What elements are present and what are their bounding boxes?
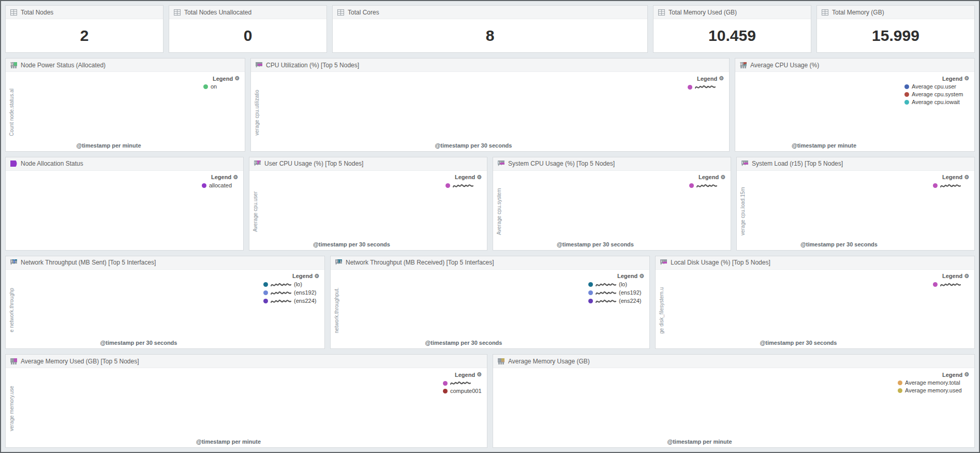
legend-color-dot	[933, 183, 938, 188]
panel-header[interactable]: Total Nodes	[6, 6, 163, 19]
panel-header[interactable]: 12310:18:0010:20:0010:22:0010:24:0010:26…	[6, 256, 324, 270]
x-axis-caption: @timestamp per minute	[15, 439, 442, 446]
legend-title[interactable]: Legend ⚙	[904, 75, 969, 82]
legend-gear-icon[interactable]: ⚙	[477, 174, 482, 181]
legend-title[interactable]: Legend ⚙	[443, 371, 482, 378]
legend-item[interactable]: (ens192)	[588, 290, 644, 296]
y-axis-label: Count node.status.al	[8, 75, 15, 150]
panel-average-memory-used: 024681010:1810:1910:2010:2110:2210:2310:…	[5, 354, 487, 448]
panel-header[interactable]: 01020304010:19:0010:21:0010:23:0010:25:0…	[493, 157, 731, 171]
chart-canvas[interactable]	[665, 273, 932, 340]
legend: Legend ⚙ (lo)(ens192)(ens224)	[587, 273, 647, 348]
legend-gear-icon[interactable]: ⚙	[639, 273, 644, 280]
legend-item[interactable]	[689, 183, 725, 189]
legend-item[interactable]: Average cpu.user	[904, 84, 969, 90]
legend-gear-icon[interactable]: ⚙	[964, 273, 969, 280]
chart-canvas[interactable]	[15, 273, 262, 340]
legend-gear-icon[interactable]: ⚙	[477, 371, 482, 378]
y-axis-label	[495, 371, 502, 446]
legend-item[interactable]	[933, 183, 969, 189]
legend-gear-icon[interactable]: ⚙	[234, 75, 240, 82]
legend-title[interactable]: Legend ⚙	[898, 371, 969, 378]
panel-header[interactable]: Total Cores	[333, 6, 647, 19]
y-axis-label	[737, 75, 745, 150]
legend-item[interactable]	[933, 282, 969, 288]
legend-item[interactable]: Average cpu.iowait	[904, 99, 969, 105]
chart-canvas[interactable]	[15, 371, 442, 439]
panel-title: Total Nodes	[21, 9, 53, 16]
legend-title[interactable]: Legend ⚙	[933, 174, 969, 181]
legend-item[interactable]	[688, 84, 724, 90]
legend-item[interactable]: on	[203, 84, 240, 90]
panel-header[interactable]: Total Nodes Unallocated	[169, 6, 326, 19]
legend-item[interactable]: compute001	[443, 388, 482, 394]
legend-title[interactable]: Legend ⚙	[203, 75, 240, 82]
legend-item[interactable]	[446, 183, 482, 189]
panel-header[interactable]: 051015202510:18:0010:20:0010:22:0010:24:…	[656, 256, 974, 270]
line-chart-icon: 051015202510:18:0010:20:0010:22:0010:24:…	[660, 259, 667, 266]
panel-header[interactable]: Node Allocation Status	[6, 157, 243, 171]
panel-header[interactable]: Total Memory (GB)	[817, 6, 974, 19]
redacted-label-scribble	[453, 183, 473, 189]
y-axis-label: verage cpu.load.15m	[739, 174, 746, 249]
legend-item[interactable]: Average memory.total	[898, 380, 969, 386]
legend-gear-icon[interactable]: ⚙	[314, 273, 319, 280]
x-axis-caption: @timestamp per 30 seconds	[502, 241, 688, 249]
legend-title[interactable]: Legend ⚙	[263, 273, 319, 280]
panel-title: User CPU Usage (%) [Top 5 Nodes]	[264, 160, 363, 167]
panel-header[interactable]: Total Memory Used (GB)	[654, 6, 811, 19]
line-chart-icon: 203010:19:0010:21:0010:23:0010:25:0010:2…	[254, 160, 261, 167]
metric-panel-4: Total Memory Used (GB) 10.459	[653, 5, 811, 53]
legend-gear-icon[interactable]: ⚙	[964, 75, 969, 82]
legend-item[interactable]: (ens224)	[588, 298, 644, 304]
panel-body: network.throughput. @timestamp per 30 se…	[331, 270, 649, 349]
panel-title: Node Allocation Status	[21, 160, 83, 167]
legend-title[interactable]: Legend ⚙	[588, 273, 644, 280]
panel-network-throughput-sent: 12310:18:0010:20:0010:22:0010:24:0010:26…	[5, 256, 325, 349]
panel-header[interactable]: 203010:19:0010:21:0010:23:0010:25:0010:2…	[249, 157, 487, 171]
redacted-label-scribble	[596, 298, 616, 304]
panel-header[interactable]: 0246810:19:0010:21:0010:23:0010:25:0010:…	[737, 157, 974, 171]
legend-title[interactable]: Legend ⚙	[933, 273, 969, 280]
panel-header[interactable]: 0246810:1810:1910:2010:2110:2210:2310:24…	[493, 355, 974, 368]
chart-canvas[interactable]	[502, 174, 688, 241]
legend-item-label: (lo)	[619, 282, 627, 287]
chart-canvas[interactable]	[260, 75, 687, 142]
legend-item[interactable]: (lo)	[263, 282, 319, 288]
bar-chart-icon: 02040608010:1810:2010:2210:2410:2610:281…	[740, 62, 747, 68]
line-chart-icon: 12310:18:0010:20:0010:22:0010:24:0010:26…	[10, 259, 17, 266]
legend-gear-icon[interactable]: ⚙	[964, 174, 969, 181]
legend-title[interactable]: Legend ⚙	[689, 174, 725, 181]
legend-item[interactable]: (lo)	[588, 282, 644, 288]
legend-title[interactable]: Legend ⚙	[688, 75, 724, 82]
legend-color-dot	[263, 290, 268, 295]
chart-canvas[interactable]	[259, 174, 444, 241]
legend-item[interactable]: Average memory.used	[898, 388, 969, 393]
chart-canvas[interactable]	[340, 273, 587, 340]
legend-item-label: Average cpu.system	[912, 92, 963, 97]
legend-item[interactable]: allocated	[202, 183, 238, 188]
legend-title[interactable]: Legend ⚙	[446, 174, 482, 181]
legend-gear-icon[interactable]: ⚙	[233, 174, 238, 181]
legend-item[interactable]: (ens224)	[263, 298, 319, 304]
metric-value: 10.459	[708, 27, 756, 45]
table-icon	[658, 9, 665, 16]
chart-canvas[interactable]	[746, 174, 932, 241]
legend-gear-icon[interactable]: ⚙	[964, 371, 969, 378]
panel-header[interactable]: 024681010:1810:1910:2010:2110:2210:2310:…	[6, 355, 487, 368]
legend-title[interactable]: Legend ⚙	[202, 174, 238, 181]
panel-header[interactable]: 02040608010:18:0010:19:0010:20:0010:21:0…	[251, 59, 729, 72]
legend-gear-icon[interactable]: ⚙	[720, 174, 725, 181]
panel-header[interactable]: 12310:18:0010:20:0010:22:0010:24:0010:26…	[331, 256, 649, 270]
legend-item-label: Average memory.used	[905, 388, 962, 393]
chart-canvas[interactable]	[8, 174, 201, 249]
chart-canvas[interactable]	[502, 371, 897, 439]
chart-canvas[interactable]	[15, 75, 202, 142]
panel-header[interactable]: 0123410:1810:2010:2210:2410:2610:2810:30…	[6, 59, 245, 72]
legend-item[interactable]: Average cpu.system	[904, 92, 969, 97]
legend-item[interactable]: (ens192)	[263, 290, 319, 296]
panel-header[interactable]: 02040608010:1810:2010:2210:2410:2610:281…	[735, 59, 974, 72]
legend-gear-icon[interactable]: ⚙	[719, 75, 724, 82]
chart-canvas[interactable]	[745, 75, 903, 142]
legend-item[interactable]	[443, 380, 482, 386]
